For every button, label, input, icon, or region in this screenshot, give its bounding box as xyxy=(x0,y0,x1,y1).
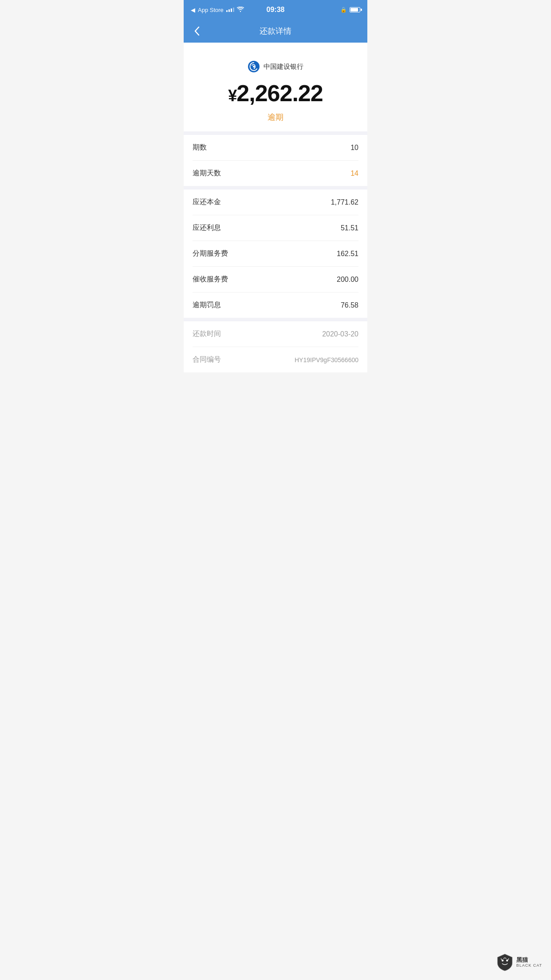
status-time: 09:38 xyxy=(267,6,285,14)
status-left: ◀ App Store xyxy=(191,6,244,13)
interest-value: 51.51 xyxy=(341,224,358,232)
bank-section: 中国建设银行 ¥2,262.22 逾期 xyxy=(184,43,367,131)
bank-logo xyxy=(248,60,260,73)
carrier-name: App Store xyxy=(198,7,224,13)
main-content: 中国建设银行 ¥2,262.22 逾期 期数 10 逾期天数 14 应还本金 1… xyxy=(184,43,367,372)
principal-row: 应还本金 1,771.62 xyxy=(193,190,358,215)
service-fee-row: 分期服务费 162.51 xyxy=(193,241,358,267)
collection-fee-value: 200.00 xyxy=(337,276,358,284)
penalty-value: 76.58 xyxy=(341,301,358,309)
period-row: 期数 10 xyxy=(193,135,358,161)
svg-point-1 xyxy=(253,66,255,67)
overdue-badge: 逾期 xyxy=(268,112,283,122)
overdue-days-row: 逾期天数 14 xyxy=(193,161,358,186)
overdue-days-label: 逾期天数 xyxy=(193,169,221,178)
collection-fee-row: 催收服务费 200.00 xyxy=(193,267,358,292)
service-fee-label: 分期服务费 xyxy=(193,249,228,258)
overdue-days-value: 14 xyxy=(350,170,358,178)
interest-row: 应还利息 51.51 xyxy=(193,215,358,241)
signal-bars xyxy=(226,8,234,12)
contract-number-row: 合同编号 HY19IPV9gF30566600 xyxy=(193,347,358,372)
repayment-time-row: 还款时间 2020-03-20 xyxy=(193,321,358,347)
bank-name-row: 中国建设银行 xyxy=(248,60,303,73)
wifi-icon xyxy=(237,6,244,13)
penalty-row: 逾期罚息 76.58 xyxy=(193,292,358,318)
divider-2 xyxy=(184,186,367,190)
battery-icon xyxy=(350,7,360,12)
lock-icon: 🔒 xyxy=(340,7,347,13)
nav-title: 还款详情 xyxy=(260,26,291,36)
nav-bar: 还款详情 xyxy=(184,20,367,43)
repayment-time-value: 2020-03-20 xyxy=(322,330,358,338)
repayment-time-label: 还款时间 xyxy=(193,329,221,339)
back-carrier-icon: ◀ xyxy=(191,7,195,13)
currency-symbol: ¥ xyxy=(228,87,236,105)
battery-fill xyxy=(350,8,358,12)
status-bar: ◀ App Store 09:38 🔒 xyxy=(184,0,367,20)
amount-breakdown-section: 应还本金 1,771.62 应还利息 51.51 分期服务费 162.51 催收… xyxy=(184,190,367,318)
principal-label: 应还本金 xyxy=(193,198,221,207)
status-right: 🔒 xyxy=(340,7,360,13)
back-button[interactable] xyxy=(191,23,203,39)
contract-number-value: HY19IPV9gF30566600 xyxy=(295,356,358,364)
collection-fee-label: 催收服务费 xyxy=(193,275,228,284)
info-section: 还款时间 2020-03-20 合同编号 HY19IPV9gF30566600 xyxy=(184,321,367,372)
period-label: 期数 xyxy=(193,143,207,152)
bank-name: 中国建设银行 xyxy=(264,63,303,71)
principal-value: 1,771.62 xyxy=(331,198,358,206)
interest-label: 应还利息 xyxy=(193,223,221,233)
divider-1 xyxy=(184,131,367,135)
period-section: 期数 10 逾期天数 14 xyxy=(184,135,367,186)
service-fee-value: 162.51 xyxy=(337,250,358,258)
divider-3 xyxy=(184,318,367,321)
amount-value: 2,262.22 xyxy=(236,80,323,106)
amount-display: ¥2,262.22 xyxy=(228,80,323,107)
contract-number-label: 合同编号 xyxy=(193,355,221,364)
penalty-label: 逾期罚息 xyxy=(193,300,221,310)
period-value: 10 xyxy=(350,144,358,152)
